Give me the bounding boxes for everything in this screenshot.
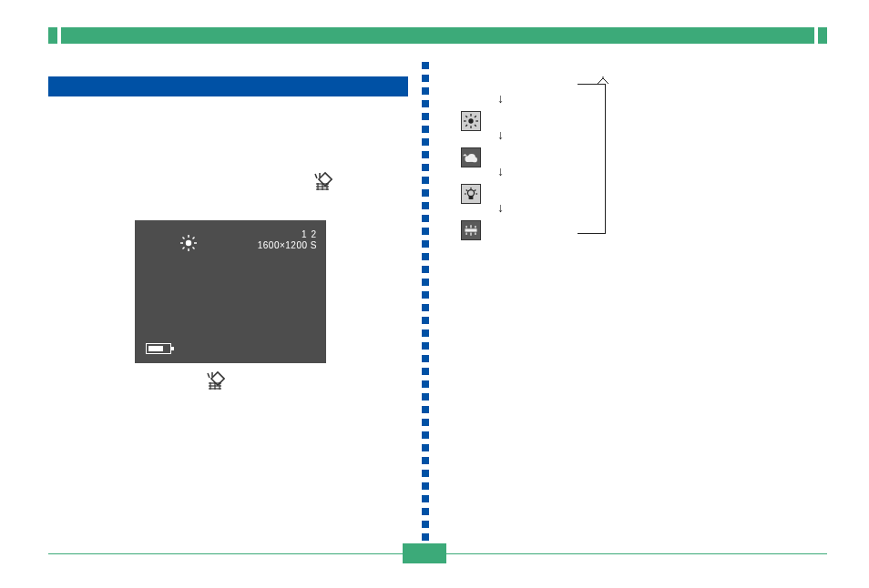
page-header-bar	[48, 27, 827, 44]
svg-line-28	[466, 190, 468, 191]
cloudy-icon	[461, 147, 481, 167]
section-heading-bar	[48, 76, 408, 96]
svg-marker-24	[463, 154, 467, 156]
svg-line-18	[475, 116, 476, 117]
svg-line-6	[183, 238, 185, 239]
svg-point-1	[186, 240, 191, 246]
daylight-sun-icon	[180, 235, 197, 251]
down-arrow-icon: ↓	[497, 91, 504, 106]
resolution-label: 1600×1200 S	[258, 240, 317, 250]
header-bar-segment	[61, 27, 814, 44]
white-balance-button-icon	[312, 171, 332, 191]
svg-line-19	[465, 125, 467, 127]
svg-rect-26	[469, 197, 473, 199]
svg-point-11	[468, 118, 473, 123]
white-balance-mode-cycle: ↓ ↓	[461, 73, 625, 237]
column-divider-dashed	[419, 62, 432, 544]
svg-line-9	[183, 248, 185, 249]
lcd-preview: 1 2 1600×1200 S	[135, 220, 326, 363]
cycle-bracket	[578, 84, 606, 234]
mode-row-fluorescent: ↓	[461, 220, 578, 244]
svg-line-29	[475, 190, 476, 191]
mode-row-tungsten: ↓	[461, 184, 578, 208]
shots-remaining: 1 2	[302, 229, 317, 239]
svg-line-8	[193, 238, 195, 239]
header-bar-segment	[48, 27, 57, 44]
svg-line-17	[475, 125, 476, 127]
white-balance-button-icon	[205, 370, 225, 390]
mode-row-daylight: ↓	[461, 111, 578, 135]
header-bar-segment	[818, 27, 827, 44]
svg-point-25	[467, 190, 474, 197]
svg-line-7	[193, 248, 195, 249]
fluorescent-icon	[461, 220, 481, 240]
down-arrow-icon: ↓	[497, 127, 504, 142]
battery-icon	[146, 343, 173, 354]
page-number-tab	[403, 543, 446, 563]
mode-row-cloudy: ↓	[461, 147, 578, 171]
svg-rect-32	[465, 228, 476, 231]
daylight-sun-icon	[461, 111, 481, 131]
tungsten-bulb-icon	[461, 184, 481, 204]
svg-rect-23	[466, 159, 476, 162]
down-arrow-icon: ↓	[497, 164, 504, 178]
down-arrow-icon: ↓	[497, 200, 504, 215]
svg-line-16	[465, 116, 467, 117]
